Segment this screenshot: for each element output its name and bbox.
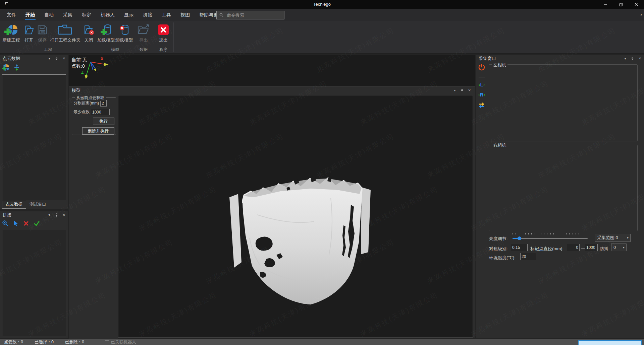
point-cloud-list[interactable] (2, 74, 66, 200)
execute-button[interactable]: 执行 (93, 118, 114, 125)
panel-title: 采集窗口 (479, 56, 496, 62)
command-search-box (216, 11, 284, 19)
left-camera-icon[interactable]: ‹L› (479, 82, 485, 87)
cursor-select-icon[interactable] (13, 220, 19, 228)
panel-menu-icon[interactable]: ▾ (454, 89, 456, 92)
pin-icon[interactable] (460, 88, 464, 92)
chevron-up-icon[interactable]: ▴ (640, 13, 642, 16)
reject-icon[interactable] (23, 220, 29, 228)
ribbon-group-program: 退出 程序 (153, 21, 173, 53)
panel-menu-icon[interactable]: ▾ (625, 57, 626, 60)
new-project-button[interactable]: 新建工程 (0, 22, 22, 43)
brightness-slider-handle[interactable] (518, 236, 521, 240)
model-3d-viewport[interactable] (118, 95, 473, 338)
titlebar: Techlego (0, 0, 644, 9)
close-project-button[interactable]: 关闭 (81, 22, 96, 43)
capture-range-dropdown[interactable]: 采集范围:0 ▾ (595, 234, 631, 242)
tab-calibration[interactable]: 标定 (77, 9, 96, 21)
expand-collapse-icon[interactable] (13, 64, 20, 73)
split-distance-input[interactable] (100, 100, 107, 107)
unload-model-button[interactable]: 卸载模型 (115, 22, 133, 43)
power-icon[interactable] (478, 64, 485, 72)
minimize-button[interactable] (598, 0, 613, 9)
tab-point-cloud-data[interactable]: 点云数据 (2, 200, 26, 209)
model-window-header: 模型 ▾ ✕ (69, 87, 475, 94)
open-project-folder-button[interactable]: 打开工程文件夹 (49, 22, 81, 43)
brightness-slider[interactable] (513, 238, 588, 239)
marker-diameter-label: 标记点直径(mm): (530, 246, 564, 252)
tab-robot[interactable]: 机器人 (96, 9, 119, 21)
close-window-button[interactable] (629, 0, 644, 9)
close-panel-icon[interactable]: ✕ (468, 89, 471, 92)
robot-linked-label: 已关联机器人 (111, 339, 136, 345)
zoom-select-icon[interactable] (2, 220, 8, 228)
add-point-cloud-icon[interactable] (2, 64, 10, 73)
selected-count: 已选择：0 (35, 339, 54, 345)
tab-auto[interactable]: 自动 (40, 9, 58, 21)
stitch-list[interactable] (2, 230, 66, 336)
tab-file[interactable]: 文件 (2, 9, 21, 21)
export-button[interactable]: 导出 (135, 22, 152, 43)
tab-tools[interactable]: 工具 (157, 9, 176, 21)
pin-icon[interactable] (631, 57, 634, 61)
delete-and-execute-button[interactable]: 删除并执行 (82, 127, 114, 135)
temperature-input[interactable] (520, 253, 536, 260)
right-camera-label: 右相机 (492, 142, 507, 148)
antishake-label: 防抖: (600, 246, 610, 252)
panel-menu-icon[interactable]: ▾ (49, 57, 50, 60)
marker-min-input[interactable] (567, 244, 580, 251)
axis-indicator: X Z (80, 56, 115, 83)
min-points-label: 最少点数 (73, 109, 90, 115)
exit-button[interactable]: 退出 (156, 22, 171, 43)
restore-button[interactable] (613, 0, 629, 9)
load-model-button[interactable]: 加载模型 (97, 22, 115, 43)
capture-panel-header: 采集窗口 ▾ ✕ (476, 55, 644, 62)
panel-menu-icon[interactable]: ▾ (49, 213, 50, 217)
ribbon-group-project: 新建工程 打开 保存 (0, 21, 96, 53)
focus-level-label: 对焦级别: (489, 246, 508, 252)
exit-icon (157, 23, 169, 37)
swap-cameras-icon[interactable] (478, 102, 485, 110)
scanned-mesh-model (210, 154, 374, 306)
close-panel-icon[interactable]: ✕ (63, 213, 65, 217)
axis-x-label: X (101, 57, 103, 61)
chevron-down-icon: ▾ (625, 234, 630, 242)
stitch-panel-header: 拼接 ▾ ✕ (0, 211, 68, 219)
right-camera-icon[interactable]: ‹R› (478, 92, 485, 97)
close-panel-icon[interactable]: ✕ (639, 57, 641, 60)
left-camera-groupbox: 左相机 (489, 64, 638, 141)
restore-icon (619, 3, 623, 6)
min-points-input[interactable] (91, 109, 110, 115)
robot-linked-checkbox-group: 已关联机器人 (105, 339, 136, 345)
tab-view[interactable]: 视图 (176, 9, 195, 21)
stitch-panel: 拼接 ▾ ✕ (0, 211, 68, 338)
panel-title: 点云数据 (3, 56, 20, 62)
accept-icon[interactable] (34, 220, 40, 228)
tab-stitch[interactable]: 拼接 (138, 9, 157, 21)
robot-linked-checkbox[interactable] (105, 340, 109, 344)
pin-icon[interactable] (55, 213, 58, 217)
open-button[interactable]: 打开 (22, 22, 36, 43)
groupbox-title: 从当前点云获取 (75, 95, 106, 101)
brightness-label: 亮度调节: (489, 236, 508, 242)
pin-icon[interactable] (55, 57, 58, 61)
tab-display[interactable]: 显示 (119, 9, 138, 21)
left-camera-label: 左相机 (492, 62, 507, 68)
close-panel-icon[interactable]: ✕ (63, 57, 65, 60)
tab-capture[interactable]: 采集 (58, 9, 77, 21)
marker-max-input[interactable] (585, 244, 598, 251)
progress-bar (578, 340, 642, 345)
axis-z-label: Z (81, 70, 84, 75)
antishake-dropdown[interactable]: 0 ▾ (611, 244, 627, 251)
app-window: Techlego 文件 开始 自动 采集 标定 机器人 显示 拼接 工具 (0, 0, 644, 345)
minimize-icon (604, 3, 607, 6)
tab-test-window[interactable]: 测试窗口 (26, 201, 50, 209)
ribbon-group-label-data: 数据 (134, 47, 153, 53)
save-button[interactable]: 保存 (36, 22, 49, 43)
save-icon (37, 23, 48, 37)
command-search-input[interactable] (226, 12, 286, 18)
focus-level-input[interactable] (511, 244, 528, 251)
new-project-icon (4, 23, 18, 37)
brightness-ticks (513, 233, 588, 234)
tab-start[interactable]: 开始 (21, 9, 40, 21)
